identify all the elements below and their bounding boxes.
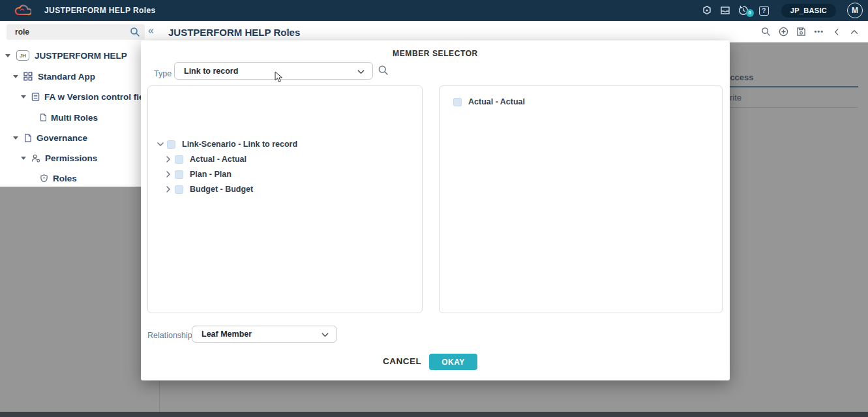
cancel-button[interactable]: CANCEL: [383, 356, 421, 366]
tree-item-label: Plan - Plan: [190, 170, 232, 179]
add-icon[interactable]: [779, 27, 788, 37]
sidebar-item-roles[interactable]: Roles: [40, 170, 77, 186]
inbox-icon[interactable]: [720, 5, 731, 16]
checkbox[interactable]: [175, 155, 183, 164]
document-icon: [31, 93, 40, 101]
chevron-right-icon[interactable]: [164, 170, 172, 178]
sidebar-item-fa-version-control[interactable]: FA w Version control fie...: [21, 89, 151, 104]
file-icon: [23, 134, 32, 142]
app-logo-icon: [14, 3, 31, 18]
sidebar-item-label: Permissions: [45, 153, 97, 163]
app-title: JUSTPERFORM HELP Roles: [44, 6, 156, 15]
member-search-icon[interactable]: [378, 65, 389, 76]
sidebar-item-multi-roles[interactable]: Multi Roles: [39, 110, 98, 125]
expand-arrow-icon[interactable]: [21, 157, 26, 160]
tree-row-budget[interactable]: Budget - Budget: [164, 183, 253, 196]
save-icon[interactable]: [796, 27, 806, 37]
history-badge: 0: [746, 9, 754, 17]
tree-row-plan[interactable]: Plan - Plan: [164, 168, 232, 181]
expand-arrow-icon[interactable]: [13, 75, 18, 78]
tree-item-label: Actual - Actual: [190, 155, 247, 164]
top-bar: JUSTPERFORM HELP Roles 0 ? JP_BASIC M: [0, 0, 868, 21]
page-title: JUSTPERFORM HELP Roles: [168, 27, 300, 38]
relationship-dropdown[interactable]: Leaf Member: [192, 326, 337, 343]
sidebar-item-governance[interactable]: Governance: [13, 130, 87, 146]
tree-item-label: Budget - Budget: [190, 185, 253, 194]
user-permissions-icon: [31, 154, 40, 162]
sidebar-item-label: Standard App: [38, 72, 95, 82]
type-dropdown-value: Link to record: [184, 67, 238, 76]
favorite-star-icon[interactable]: ☆: [282, 27, 291, 39]
sidebar-item-label: Governance: [37, 133, 87, 143]
expand-arrow-icon[interactable]: [13, 136, 18, 140]
selected-item-label: Actual - Actual: [468, 97, 525, 106]
checkbox[interactable]: [175, 170, 183, 179]
chevron-down-icon[interactable]: [157, 140, 164, 148]
sidebar-item-label: JUSTPERFORM HELP: [35, 51, 127, 61]
checkbox[interactable]: [167, 140, 175, 149]
user-pill-button[interactable]: JP_BASIC: [781, 4, 836, 18]
search-icon[interactable]: [130, 27, 140, 37]
type-label: Type: [154, 69, 172, 78]
shield-icon: [40, 174, 48, 183]
chevron-up-icon[interactable]: [849, 27, 859, 37]
relationship-dropdown-value: Leaf Member: [202, 330, 252, 339]
sidebar-item-standard-app[interactable]: Standard App: [13, 69, 95, 84]
more-options-icon[interactable]: •••: [814, 27, 824, 37]
collapse-sidebar-icon[interactable]: «: [148, 25, 154, 37]
chevron-down-icon: [321, 330, 329, 339]
chevron-down-icon: [357, 67, 365, 75]
app-badge: JH: [16, 50, 29, 61]
sidebar-item-justperform-help[interactable]: JH JUSTPERFORM HELP: [5, 48, 127, 63]
expand-arrow-icon[interactable]: [5, 54, 10, 57]
tree-row-actual[interactable]: Actual - Actual: [164, 153, 247, 166]
sidebar-search: [7, 24, 145, 40]
history-icon[interactable]: 0: [738, 5, 749, 16]
help-icon[interactable]: ?: [759, 6, 769, 16]
chevron-right-icon[interactable]: [164, 155, 172, 163]
tree-row-link-scenario[interactable]: Link-Scenario - Link to record: [157, 138, 297, 151]
grid-app-icon: [23, 72, 33, 81]
relationship-label: Relationship: [147, 331, 192, 340]
sidebar-item-label: Roles: [53, 174, 77, 183]
chevron-right-icon[interactable]: [164, 185, 172, 193]
sidebar-item-label: FA w Version control fie...: [44, 92, 151, 102]
chevron-left-icon[interactable]: [831, 27, 841, 37]
file-icon: [39, 114, 47, 121]
tree-item-label: Link-Scenario - Link to record: [182, 140, 297, 149]
modal-overlay-sidebar: [0, 187, 160, 417]
dialog-title: MEMBER SELECTOR: [141, 49, 730, 58]
selected-members-panel: Actual - Actual: [439, 85, 723, 313]
settings-icon[interactable]: [702, 5, 713, 16]
selected-row-actual[interactable]: Actual - Actual: [453, 95, 525, 108]
member-selector-dialog: MEMBER SELECTOR Type Link to record Link…: [141, 40, 730, 380]
page-search-icon[interactable]: [761, 27, 771, 37]
avatar[interactable]: M: [847, 3, 863, 18]
checkbox[interactable]: [453, 98, 462, 106]
header-row: « JUSTPERFORM HELP Roles ☆ •••: [0, 21, 868, 42]
expand-arrow-icon[interactable]: [21, 95, 26, 99]
checkbox[interactable]: [175, 185, 183, 194]
sidebar-item-permissions[interactable]: Permissions: [21, 150, 97, 166]
sidebar-item-label: Multi Roles: [51, 113, 98, 123]
topbar-actions: 0 ? JP_BASIC M: [702, 0, 863, 21]
type-dropdown[interactable]: Link to record: [174, 62, 373, 80]
okay-button[interactable]: OKAY: [429, 354, 477, 370]
search-input[interactable]: [7, 24, 145, 40]
page-actions: •••: [761, 27, 859, 37]
app-window: JUSTPERFORM HELP Roles 0 ? JP_BASIC M «: [0, 0, 868, 417]
available-members-panel: Link-Scenario - Link to record Actual - …: [147, 85, 423, 313]
